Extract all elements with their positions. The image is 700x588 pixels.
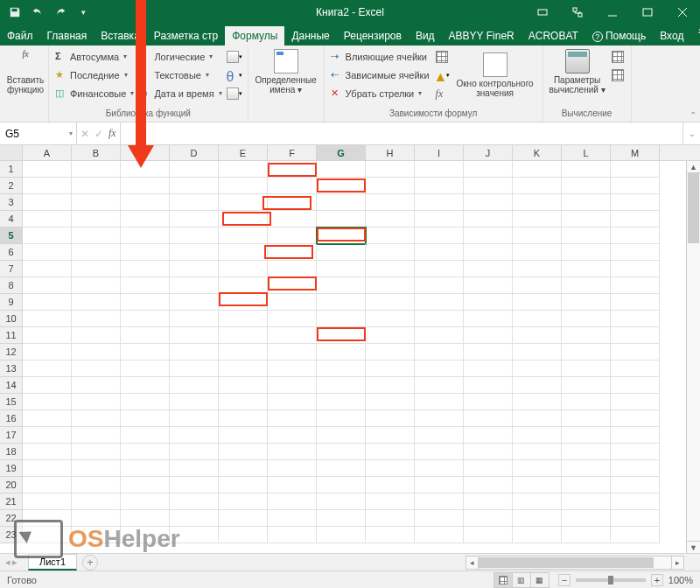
cell[interactable] bbox=[513, 261, 562, 277]
cell[interactable] bbox=[23, 510, 72, 527]
cell[interactable] bbox=[121, 311, 170, 327]
cell[interactable] bbox=[464, 294, 513, 311]
cell[interactable] bbox=[464, 427, 513, 444]
cell[interactable] bbox=[170, 527, 219, 543]
cell[interactable] bbox=[562, 311, 611, 327]
cell[interactable] bbox=[562, 261, 611, 277]
row-header[interactable]: 8 bbox=[0, 277, 23, 294]
cell[interactable] bbox=[268, 344, 317, 360]
cell[interactable] bbox=[268, 360, 317, 377]
cell[interactable] bbox=[121, 477, 170, 494]
cell[interactable] bbox=[268, 178, 317, 194]
cell[interactable] bbox=[23, 211, 72, 228]
cell[interactable] bbox=[317, 477, 366, 494]
cell[interactable] bbox=[611, 161, 660, 178]
column-header[interactable]: D bbox=[170, 145, 219, 160]
show-formulas-button[interactable] bbox=[432, 47, 452, 66]
cell[interactable] bbox=[219, 510, 268, 527]
cell[interactable] bbox=[366, 161, 415, 178]
column-header[interactable]: F bbox=[268, 145, 317, 160]
cell[interactable] bbox=[219, 277, 268, 294]
row-header[interactable]: 5 bbox=[0, 228, 23, 244]
watch-window-button[interactable]: Окно контрольногозначения bbox=[452, 47, 539, 102]
cell[interactable] bbox=[415, 527, 464, 543]
cell[interactable] bbox=[23, 394, 72, 410]
row-header[interactable]: 7 bbox=[0, 261, 23, 277]
tab-acrobat[interactable]: ACROBAT bbox=[522, 26, 585, 46]
lookup-button[interactable]: ▾ bbox=[225, 47, 244, 66]
row-header[interactable]: 12 bbox=[0, 344, 23, 360]
cell[interactable] bbox=[513, 228, 562, 244]
cell[interactable] bbox=[317, 327, 366, 344]
cell[interactable] bbox=[611, 228, 660, 244]
cell[interactable] bbox=[23, 327, 72, 344]
cell[interactable] bbox=[317, 194, 366, 211]
cell[interactable] bbox=[121, 294, 170, 311]
cell[interactable] bbox=[415, 228, 464, 244]
cell[interactable] bbox=[268, 427, 317, 444]
cell[interactable] bbox=[72, 444, 121, 460]
more-button[interactable]: ▾ bbox=[225, 84, 244, 102]
sheet-tab[interactable]: Лист1 bbox=[28, 554, 77, 570]
cell[interactable] bbox=[268, 261, 317, 277]
cell[interactable] bbox=[72, 494, 121, 510]
cell[interactable] bbox=[611, 510, 660, 527]
cell[interactable] bbox=[72, 377, 121, 394]
cell[interactable] bbox=[268, 194, 317, 211]
cell[interactable] bbox=[562, 410, 611, 427]
add-sheet-button[interactable]: + bbox=[82, 555, 98, 570]
cell[interactable] bbox=[121, 377, 170, 394]
column-header[interactable]: A bbox=[23, 145, 72, 160]
vscroll-thumb[interactable] bbox=[688, 173, 699, 243]
cell[interactable] bbox=[464, 244, 513, 261]
cell[interactable] bbox=[268, 311, 317, 327]
row-header[interactable]: 14 bbox=[0, 377, 23, 394]
cell[interactable] bbox=[415, 394, 464, 410]
defined-names-button[interactable]: Определенныеимена ▾ bbox=[252, 47, 320, 96]
cell[interactable] bbox=[366, 510, 415, 527]
cell[interactable] bbox=[317, 277, 366, 294]
row-header[interactable]: 18 bbox=[0, 444, 23, 460]
cell[interactable] bbox=[72, 510, 121, 527]
column-header[interactable]: C bbox=[121, 145, 170, 160]
cell[interactable] bbox=[464, 228, 513, 244]
column-header[interactable]: G bbox=[317, 145, 366, 160]
expand-formula-bar-icon[interactable]: ⌄ bbox=[682, 122, 700, 144]
cell[interactable] bbox=[72, 228, 121, 244]
row-header[interactable]: 23 bbox=[0, 527, 23, 543]
cell[interactable] bbox=[513, 360, 562, 377]
cell[interactable] bbox=[219, 527, 268, 543]
cell[interactable] bbox=[170, 377, 219, 394]
cell[interactable] bbox=[72, 194, 121, 211]
cell[interactable] bbox=[219, 360, 268, 377]
cell[interactable] bbox=[611, 244, 660, 261]
cell[interactable] bbox=[23, 377, 72, 394]
cell[interactable] bbox=[23, 410, 72, 427]
cell[interactable] bbox=[464, 161, 513, 178]
cell[interactable] bbox=[23, 194, 72, 211]
cell[interactable] bbox=[415, 410, 464, 427]
cell[interactable] bbox=[268, 510, 317, 527]
cell[interactable] bbox=[464, 477, 513, 494]
cell[interactable] bbox=[464, 377, 513, 394]
cell[interactable] bbox=[366, 377, 415, 394]
cell[interactable] bbox=[562, 444, 611, 460]
row-header[interactable]: 19 bbox=[0, 460, 23, 477]
cell[interactable] bbox=[219, 211, 268, 228]
cell[interactable] bbox=[23, 527, 72, 543]
cell[interactable] bbox=[513, 477, 562, 494]
tab-review[interactable]: Рецензиров bbox=[337, 26, 409, 46]
datetime-button[interactable]: ◷Дата и время▾ bbox=[136, 84, 224, 102]
cell[interactable] bbox=[415, 494, 464, 510]
cell[interactable] bbox=[170, 261, 219, 277]
cell[interactable] bbox=[121, 178, 170, 194]
cell[interactable] bbox=[170, 394, 219, 410]
cell[interactable] bbox=[170, 477, 219, 494]
remove-arrows-button[interactable]: ✕Убрать стрелки▾ bbox=[328, 84, 432, 102]
vertical-scrollbar[interactable]: ▲ ▼ bbox=[686, 161, 700, 553]
cell[interactable] bbox=[121, 228, 170, 244]
view-normal-button[interactable] bbox=[494, 572, 513, 588]
cell[interactable] bbox=[513, 344, 562, 360]
cell[interactable] bbox=[170, 178, 219, 194]
cell[interactable] bbox=[72, 161, 121, 178]
